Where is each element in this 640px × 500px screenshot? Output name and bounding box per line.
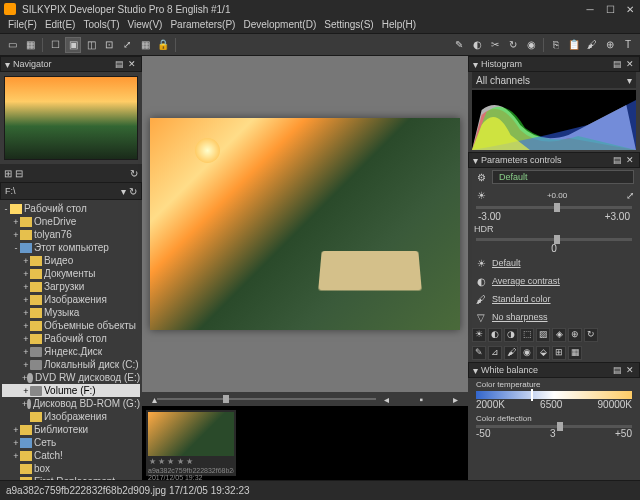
tree-item[interactable]: Изображения bbox=[2, 410, 140, 423]
tree-item[interactable]: +Catch! bbox=[2, 449, 140, 462]
adj-icon-4[interactable]: ⬚ bbox=[520, 328, 534, 342]
tree-item[interactable]: +Объемные объекты bbox=[2, 319, 140, 332]
tree-item[interactable]: +Изображения bbox=[2, 293, 140, 306]
nav-next-icon[interactable]: ↻ bbox=[130, 168, 138, 179]
hdr-slider[interactable] bbox=[468, 236, 640, 243]
menu-settings[interactable]: Settings(S) bbox=[320, 18, 377, 33]
path-input[interactable] bbox=[5, 186, 118, 196]
param-label[interactable]: Default bbox=[492, 258, 634, 268]
wb-temp-slider[interactable] bbox=[476, 391, 632, 399]
tool-paste-icon[interactable]: 📋 bbox=[566, 37, 582, 53]
collapse-icon[interactable]: ▾ bbox=[473, 59, 478, 70]
folder-tree[interactable]: -Рабочий стол+OneDrive+tolyan76-Этот ком… bbox=[0, 200, 142, 480]
tool-spot-icon[interactable]: ◉ bbox=[523, 37, 539, 53]
thumbnail-rating[interactable]: ★ ★ ★ ★ ★ bbox=[148, 456, 234, 467]
image-canvas[interactable] bbox=[142, 56, 468, 392]
expand-icon[interactable]: ⤢ bbox=[626, 190, 634, 201]
panel-menu-icon[interactable]: ▤ bbox=[612, 59, 622, 69]
close-button[interactable]: ✕ bbox=[624, 3, 636, 15]
tool-expand-icon[interactable]: ⤢ bbox=[119, 37, 135, 53]
menu-help[interactable]: Help(H) bbox=[378, 18, 420, 33]
adj-icon-8[interactable]: ↻ bbox=[584, 328, 598, 342]
tree-item[interactable]: +tolyan76 bbox=[2, 228, 140, 241]
zoom-slider[interactable]: ▴ ◂▪▸ bbox=[142, 392, 468, 406]
tool-grid-icon[interactable]: ▦ bbox=[137, 37, 153, 53]
minimize-button[interactable]: ─ bbox=[584, 3, 596, 15]
tree-item[interactable]: +Volume (F:) bbox=[2, 384, 140, 397]
tree-item[interactable]: +Документы bbox=[2, 267, 140, 280]
gear-icon[interactable]: ⚙ bbox=[474, 170, 488, 184]
tree-item[interactable]: -Рабочий стол bbox=[2, 202, 140, 215]
tree-item[interactable]: +Музыка bbox=[2, 306, 140, 319]
panel-menu-icon[interactable]: ▤ bbox=[612, 155, 622, 165]
tool-eyedropper-icon[interactable]: ✎ bbox=[451, 37, 467, 53]
tool-brush-icon[interactable]: 🖌 bbox=[584, 37, 600, 53]
menu-development[interactable]: Development(D) bbox=[239, 18, 320, 33]
adj-icon-10[interactable]: ⊿ bbox=[488, 346, 502, 360]
maximize-button[interactable]: ☐ bbox=[604, 3, 616, 15]
menu-file[interactable]: File(F) bbox=[4, 18, 41, 33]
adj-icon-9[interactable]: ✎ bbox=[472, 346, 486, 360]
tree-item[interactable]: +Локальный диск (C:) bbox=[2, 358, 140, 371]
adj-icon-3[interactable]: ◑ bbox=[504, 328, 518, 342]
panel-menu-icon[interactable]: ▤ bbox=[114, 59, 124, 69]
tree-item[interactable]: +Дисковод BD-ROM (G:) bbox=[2, 397, 140, 410]
histogram-channel-select[interactable]: All channels▾ bbox=[472, 72, 636, 88]
adj-icon-14[interactable]: ⊞ bbox=[552, 346, 566, 360]
adj-icon-7[interactable]: ⊕ bbox=[568, 328, 582, 342]
filmstrip[interactable]: ★ ★ ★ ★ ★ a9a382c759fb222832f68b2d 2017/… bbox=[142, 406, 468, 480]
thumbnail-card[interactable]: ★ ★ ★ ★ ★ a9a382c759fb222832f68b2d 2017/… bbox=[146, 410, 236, 476]
tree-item[interactable]: +Видео bbox=[2, 254, 140, 267]
tool-split-icon[interactable]: ◫ bbox=[83, 37, 99, 53]
tool-wb-icon[interactable]: ◐ bbox=[469, 37, 485, 53]
wb-defl-slider[interactable] bbox=[476, 425, 632, 428]
menu-tools[interactable]: Tools(T) bbox=[79, 18, 123, 33]
panel-close-icon[interactable]: ✕ bbox=[625, 365, 635, 375]
tool-rotate-icon[interactable]: ↻ bbox=[505, 37, 521, 53]
preset-button[interactable]: Default bbox=[492, 170, 634, 184]
navigator-preview[interactable] bbox=[4, 76, 138, 160]
param-label[interactable]: No sharpness bbox=[492, 312, 634, 322]
tree-item[interactable]: +OneDrive bbox=[2, 215, 140, 228]
panel-menu-icon[interactable]: ▤ bbox=[612, 365, 622, 375]
adj-icon-1[interactable]: ☀ bbox=[472, 328, 486, 342]
tool-crop-icon[interactable]: ✂ bbox=[487, 37, 503, 53]
tool-copy-icon[interactable]: ⎘ bbox=[548, 37, 564, 53]
adj-icon-11[interactable]: 🖌 bbox=[504, 346, 518, 360]
adj-icon-2[interactable]: ◐ bbox=[488, 328, 502, 342]
tree-item[interactable]: +DVD RW дисковод (E:) bbox=[2, 371, 140, 384]
tool-open-icon[interactable]: ▭ bbox=[4, 37, 20, 53]
path-dropdown-icon[interactable]: ▾ bbox=[121, 186, 126, 197]
tree-item[interactable]: box bbox=[2, 462, 140, 475]
tool-single-icon[interactable]: ☐ bbox=[47, 37, 63, 53]
collapse-icon[interactable]: ▾ bbox=[5, 59, 10, 70]
tool-text-icon[interactable]: T bbox=[620, 37, 636, 53]
exposure-slider[interactable] bbox=[468, 204, 640, 211]
tool-lock-icon[interactable]: 🔒 bbox=[155, 37, 171, 53]
tool-stamp-icon[interactable]: ⊕ bbox=[602, 37, 618, 53]
menu-parameters[interactable]: Parameters(P) bbox=[166, 18, 239, 33]
tree-item[interactable]: +Сеть bbox=[2, 436, 140, 449]
menu-edit[interactable]: Edit(E) bbox=[41, 18, 80, 33]
collapse-icon[interactable]: ▾ bbox=[473, 155, 478, 166]
adj-icon-6[interactable]: ◈ bbox=[552, 328, 566, 342]
path-refresh-icon[interactable]: ↻ bbox=[129, 186, 137, 197]
collapse-icon[interactable]: ▾ bbox=[473, 365, 478, 376]
param-label[interactable]: Average contrast bbox=[492, 276, 634, 286]
tree-item[interactable]: -Этот компьютер bbox=[2, 241, 140, 254]
adj-icon-5[interactable]: ▨ bbox=[536, 328, 550, 342]
menu-view[interactable]: View(V) bbox=[124, 18, 167, 33]
tool-compare-icon[interactable]: ▣ bbox=[65, 37, 81, 53]
adj-icon-12[interactable]: ◉ bbox=[520, 346, 534, 360]
tree-item[interactable]: +Рабочий стол bbox=[2, 332, 140, 345]
panel-close-icon[interactable]: ✕ bbox=[625, 155, 635, 165]
panel-close-icon[interactable]: ✕ bbox=[127, 59, 137, 69]
tree-item[interactable]: +Загрузки bbox=[2, 280, 140, 293]
tree-item[interactable]: +Яндекс.Диск bbox=[2, 345, 140, 358]
tree-item[interactable]: First Replacement bbox=[2, 475, 140, 480]
nav-first-icon[interactable]: ⊞ bbox=[4, 168, 12, 179]
adj-icon-13[interactable]: ⬙ bbox=[536, 346, 550, 360]
nav-prev-icon[interactable]: ⊟ bbox=[15, 168, 23, 179]
param-label[interactable]: Standard color bbox=[492, 294, 634, 304]
tool-thumb-icon[interactable]: ▦ bbox=[22, 37, 38, 53]
